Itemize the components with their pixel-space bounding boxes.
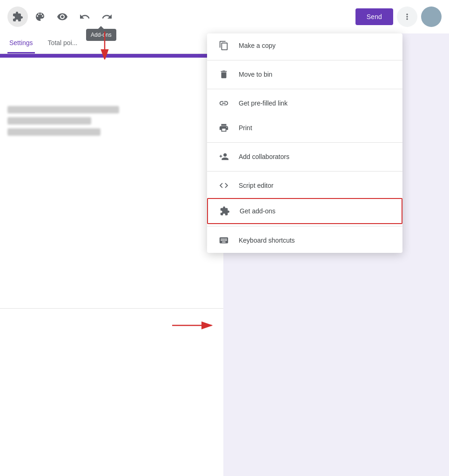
copy-icon <box>218 40 229 51</box>
menu-item-get-prefilled-link[interactable]: Get pre-filled link <box>207 91 402 116</box>
divider-5 <box>207 226 402 226</box>
eye-icon <box>57 11 68 22</box>
redo-button[interactable] <box>97 7 117 27</box>
addons-icon <box>12 11 23 22</box>
menu-item-script-editor[interactable]: Script editor <box>207 173 402 198</box>
arrow-right-indicator <box>172 318 219 332</box>
trash-icon <box>218 69 229 80</box>
divider-2 <box>207 89 402 89</box>
menu-item-make-copy[interactable]: Make a copy <box>207 33 402 58</box>
divider-4 <box>207 171 402 172</box>
menu-item-add-collaborators[interactable]: Add collaborators <box>207 145 402 169</box>
get-addons-label: Get add-ons <box>240 207 275 215</box>
tab-total-points-label: Total poi... <box>48 39 78 46</box>
more-vertical-icon <box>402 12 412 21</box>
menu-item-print[interactable]: Print <box>207 116 402 140</box>
palette-icon <box>34 11 46 22</box>
undo-button[interactable] <box>74 7 95 27</box>
add-collaborators-label: Add collaborators <box>239 153 289 160</box>
content-divider <box>0 308 223 309</box>
move-to-bin-label: Move to bin <box>239 71 272 78</box>
people-icon <box>218 151 229 162</box>
tab-settings-label: Settings <box>9 39 33 46</box>
menu-item-keyboard-shortcuts[interactable]: Keyboard shortcuts <box>207 228 402 253</box>
tab-total-points[interactable]: Total poi... <box>46 33 80 53</box>
blurred-line-2 <box>7 117 91 125</box>
content-blurred <box>0 58 223 151</box>
menu-item-move-to-bin[interactable]: Move to bin <box>207 62 402 87</box>
divider-3 <box>207 142 402 143</box>
toolbar-right: Send <box>223 0 449 33</box>
redo-icon <box>101 11 113 22</box>
menu-item-get-addons[interactable]: Get add-ons <box>207 198 402 224</box>
arrow-down-indicator <box>98 32 112 60</box>
addons-menu-icon <box>219 205 230 217</box>
code-icon <box>218 180 229 191</box>
purple-progress-bar <box>0 54 223 58</box>
palette-button[interactable] <box>30 7 50 27</box>
blurred-line-1 <box>7 106 119 113</box>
addons-button[interactable] <box>7 7 28 27</box>
get-prefilled-link-label: Get pre-filled link <box>239 99 288 107</box>
make-copy-label: Make a copy <box>239 42 275 49</box>
avatar[interactable] <box>421 7 442 27</box>
print-icon <box>218 122 229 133</box>
print-label: Print <box>239 124 252 132</box>
tab-settings[interactable]: Settings <box>7 33 35 53</box>
more-options-button[interactable] <box>397 7 417 27</box>
divider-1 <box>207 60 402 60</box>
preview-button[interactable] <box>52 7 73 27</box>
link-icon <box>218 98 229 109</box>
script-editor-label: Script editor <box>239 182 274 189</box>
content-area: Settings Total poi... <box>0 33 223 476</box>
undo-icon <box>79 11 90 22</box>
send-button[interactable]: Send <box>355 8 393 25</box>
blurred-line-3 <box>7 128 101 136</box>
keyboard-shortcuts-label: Keyboard shortcuts <box>239 237 295 244</box>
dropdown-menu: Make a copy Move to bin Get pre-filled l… <box>207 33 402 253</box>
keyboard-icon <box>218 235 229 246</box>
